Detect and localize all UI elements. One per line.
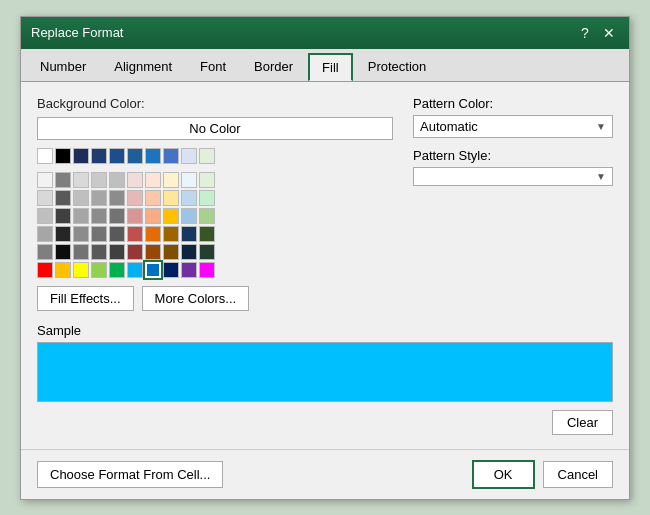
color-cell[interactable] <box>163 262 179 278</box>
color-cell[interactable] <box>163 148 179 164</box>
color-cell[interactable] <box>127 244 143 260</box>
bottom-left: Choose Format From Cell... <box>37 461 223 488</box>
color-cell[interactable] <box>91 148 107 164</box>
ok-button[interactable]: OK <box>472 460 535 489</box>
tab-bar: Number Alignment Font Border Fill Protec… <box>21 49 629 82</box>
sample-box <box>37 342 613 402</box>
color-row-5 <box>37 244 393 260</box>
color-cell[interactable] <box>55 172 71 188</box>
pattern-style-select[interactable]: ▼ <box>413 167 613 186</box>
color-cell[interactable] <box>163 208 179 224</box>
title-bar: Replace Format ? ✕ <box>21 17 629 49</box>
color-cell[interactable] <box>37 244 53 260</box>
color-cell[interactable] <box>109 190 125 206</box>
dialog-content: Background Color: No Color Fill Effects.… <box>21 82 629 449</box>
fill-effects-button[interactable]: Fill Effects... <box>37 286 134 311</box>
pattern-color-select[interactable]: Automatic ▼ <box>413 115 613 138</box>
color-cell[interactable] <box>109 262 125 278</box>
color-cell[interactable] <box>73 244 89 260</box>
color-cell[interactable] <box>145 172 161 188</box>
replace-format-dialog: Replace Format ? ✕ Number Alignment Font… <box>20 16 630 500</box>
color-cell[interactable] <box>145 262 161 278</box>
color-cell[interactable] <box>181 226 197 242</box>
color-cell[interactable] <box>73 172 89 188</box>
color-cell[interactable] <box>145 226 161 242</box>
color-cell[interactable] <box>181 244 197 260</box>
color-cell[interactable] <box>199 190 215 206</box>
color-cell[interactable] <box>181 190 197 206</box>
color-cell[interactable] <box>181 148 197 164</box>
color-cell[interactable] <box>55 148 71 164</box>
color-cell[interactable] <box>37 262 53 278</box>
color-cell[interactable] <box>55 208 71 224</box>
color-cell[interactable] <box>163 190 179 206</box>
color-cell[interactable] <box>181 208 197 224</box>
more-colors-button[interactable]: More Colors... <box>142 286 250 311</box>
color-cell[interactable] <box>109 226 125 242</box>
color-cell[interactable] <box>199 148 215 164</box>
color-cell[interactable] <box>181 172 197 188</box>
color-separator <box>37 166 393 170</box>
color-cell[interactable] <box>145 244 161 260</box>
color-cell[interactable] <box>145 148 161 164</box>
color-cell[interactable] <box>73 208 89 224</box>
choose-format-button[interactable]: Choose Format From Cell... <box>37 461 223 488</box>
color-cell[interactable] <box>163 172 179 188</box>
color-cell[interactable] <box>199 172 215 188</box>
color-cell[interactable] <box>109 148 125 164</box>
color-cell[interactable] <box>91 226 107 242</box>
tab-protection[interactable]: Protection <box>355 53 440 81</box>
fill-button-row: Fill Effects... More Colors... <box>37 286 393 311</box>
tab-border[interactable]: Border <box>241 53 306 81</box>
color-cell[interactable] <box>55 262 71 278</box>
color-cell[interactable] <box>55 244 71 260</box>
color-cell[interactable] <box>55 226 71 242</box>
color-cell[interactable] <box>37 208 53 224</box>
color-cell[interactable] <box>163 244 179 260</box>
pattern-color-row: Pattern Color: Automatic ▼ <box>413 96 613 138</box>
color-cell[interactable] <box>127 190 143 206</box>
color-cell[interactable] <box>109 244 125 260</box>
bottom-right: OK Cancel <box>472 460 613 489</box>
color-cell[interactable] <box>91 172 107 188</box>
color-cell[interactable] <box>199 208 215 224</box>
color-cell[interactable] <box>127 208 143 224</box>
cancel-button[interactable]: Cancel <box>543 461 613 488</box>
color-cell[interactable] <box>145 190 161 206</box>
color-cell[interactable] <box>37 172 53 188</box>
color-cell[interactable] <box>109 208 125 224</box>
color-cell[interactable] <box>91 262 107 278</box>
color-cell[interactable] <box>181 262 197 278</box>
color-cell[interactable] <box>73 190 89 206</box>
color-cell[interactable] <box>73 148 89 164</box>
color-cell[interactable] <box>199 226 215 242</box>
color-row-0 <box>37 148 393 164</box>
tab-alignment[interactable]: Alignment <box>101 53 185 81</box>
color-cell[interactable] <box>37 226 53 242</box>
color-cell[interactable] <box>37 190 53 206</box>
help-button[interactable]: ? <box>575 23 595 43</box>
clear-button[interactable]: Clear <box>552 410 613 435</box>
color-cell[interactable] <box>127 262 143 278</box>
color-cell[interactable] <box>91 208 107 224</box>
color-cell[interactable] <box>91 244 107 260</box>
color-cell[interactable] <box>199 244 215 260</box>
color-cell[interactable] <box>55 190 71 206</box>
color-cell[interactable] <box>127 226 143 242</box>
color-cell[interactable] <box>109 172 125 188</box>
tab-number[interactable]: Number <box>27 53 99 81</box>
color-cell[interactable] <box>73 226 89 242</box>
color-cell[interactable] <box>127 148 143 164</box>
color-cell[interactable] <box>73 262 89 278</box>
title-bar-left: Replace Format <box>31 25 123 40</box>
tab-font[interactable]: Font <box>187 53 239 81</box>
color-cell[interactable] <box>199 262 215 278</box>
color-cell[interactable] <box>127 172 143 188</box>
color-cell[interactable] <box>37 148 53 164</box>
color-cell[interactable] <box>91 190 107 206</box>
color-cell[interactable] <box>163 226 179 242</box>
tab-fill[interactable]: Fill <box>308 53 353 81</box>
close-button[interactable]: ✕ <box>599 23 619 43</box>
color-cell[interactable] <box>145 208 161 224</box>
no-color-button[interactable]: No Color <box>37 117 393 140</box>
